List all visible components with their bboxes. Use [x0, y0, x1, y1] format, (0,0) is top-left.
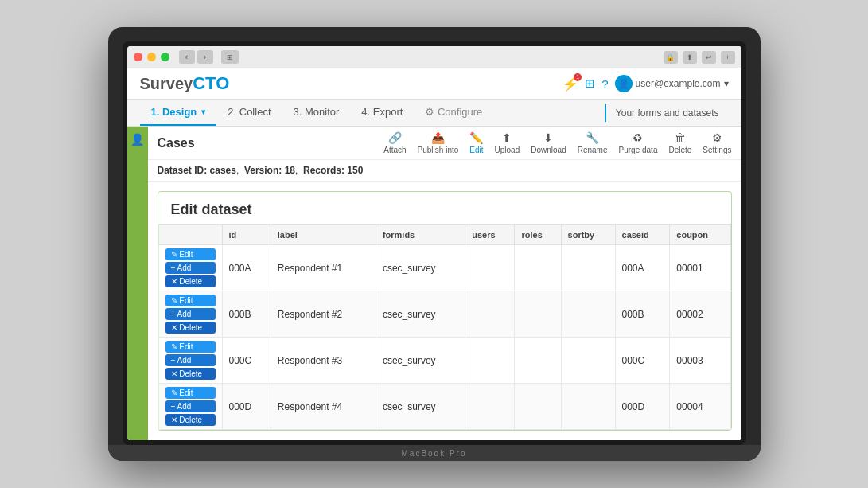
action-buttons: ✎ Edit + Add ✕ Delete [165, 341, 216, 380]
cell-sortby [561, 384, 615, 430]
toolbar-edit[interactable]: ✏️ Edit [469, 131, 483, 154]
toolbar-upload[interactable]: ⬆ Upload [495, 131, 520, 154]
col-coupon: coupon [670, 225, 730, 245]
traffic-light-red[interactable] [134, 53, 142, 61]
cases-title: Cases [158, 136, 384, 150]
delete-row-button[interactable]: ✕ Delete [165, 414, 216, 426]
toolbar-delete[interactable]: 🗑 Delete [668, 131, 691, 154]
row-actions: ✎ Edit + Add ✕ Delete [158, 338, 222, 384]
version-value: 18 [285, 165, 295, 176]
add-row-button[interactable]: + Add [165, 262, 216, 274]
data-table: id label formids users roles sortby case… [158, 224, 731, 430]
content-area: Cases 🔗 Attach 📤 Publish into [148, 127, 741, 440]
nav-tabs: 1. Design 2. Collect 3. Monitor 4. Expor… [127, 100, 741, 127]
tb-icon-2: ⬆ [683, 51, 697, 64]
tabs-icon[interactable]: ⊞ [221, 50, 239, 64]
dataset-id-label: Dataset ID: [158, 165, 208, 176]
toolbar-rename[interactable]: 🔧 Rename [578, 131, 608, 154]
main-content: 👤 Cases 🔗 Attach 📤 [127, 127, 741, 440]
toolbar-settings[interactable]: ⚙ Settings [703, 131, 731, 154]
publish-icon: 📤 [431, 131, 445, 144]
upload-icon: ⬆ [502, 131, 512, 144]
settings-icon: ⚙ [712, 131, 722, 144]
toolbar-purge[interactable]: ♻ Purge data [619, 131, 658, 154]
cell-label: Respondent #2 [271, 291, 376, 338]
table-row: ✎ Edit + Add ✕ Delete 000DRespondent #4c… [158, 384, 730, 430]
col-label: label [271, 225, 376, 245]
cell-coupon: 00002 [670, 291, 730, 338]
edit-row-button[interactable]: ✎ Edit [165, 248, 216, 260]
delete-row-button[interactable]: ✕ Delete [165, 275, 216, 287]
help-icon[interactable]: ? [601, 77, 608, 91]
edit-row-button[interactable]: ✎ Edit [165, 341, 216, 353]
cell-formids: csec_survey [376, 338, 465, 384]
purge-icon: ♻ [633, 131, 643, 144]
edit-row-button[interactable]: ✎ Edit [165, 295, 216, 306]
cell-formids: csec_survey [376, 384, 465, 430]
cell-id: 000D [222, 384, 271, 430]
tb-icon-3: ↩ [702, 51, 716, 64]
cell-users [465, 245, 515, 291]
user-menu-button[interactable]: 👤 user@example.com ▾ [615, 75, 729, 92]
action-buttons: ✎ Edit + Add ✕ Delete [165, 387, 216, 426]
cell-label: Respondent #4 [271, 384, 376, 430]
dataset-id-value: cases [210, 165, 236, 176]
cell-id: 000A [222, 245, 271, 291]
col-caseid: caseid [615, 225, 670, 245]
cell-id: 000B [222, 291, 271, 338]
traffic-light-yellow[interactable] [147, 53, 156, 61]
tab-collect[interactable]: 2. Collect [216, 100, 282, 126]
row-actions: ✎ Edit + Add ✕ Delete [158, 384, 222, 430]
logo-cto: CTO [193, 73, 229, 94]
tab-export[interactable]: 4. Export [350, 100, 414, 126]
toolbar-download[interactable]: ⬇ Download [531, 131, 566, 154]
forms-datasets-label: Your forms and datasets [605, 104, 729, 122]
grid-icon[interactable]: ⊞ [585, 76, 595, 91]
cases-sidebar-icon: 👤 [130, 133, 144, 146]
table-row: ✎ Edit + Add ✕ Delete 000CRespondent #3c… [158, 338, 730, 384]
add-row-button[interactable]: + Add [165, 308, 216, 320]
traffic-light-green[interactable] [161, 53, 169, 61]
nav-back-button[interactable]: ‹ [179, 50, 195, 64]
table-row: ✎ Edit + Add ✕ Delete 000ARespondent #1c… [158, 245, 730, 291]
logo: SurveyCTO [140, 73, 230, 94]
cases-header: Cases 🔗 Attach 📤 Publish into [148, 127, 741, 160]
attach-icon: 🔗 [388, 131, 402, 144]
nav-tabs-right: Your forms and datasets [605, 100, 729, 126]
col-actions [158, 225, 222, 245]
cell-coupon: 00004 [670, 384, 730, 430]
records-value: 150 [347, 165, 363, 176]
delete-row-button[interactable]: ✕ Delete [165, 368, 216, 380]
row-actions: ✎ Edit + Add ✕ Delete [158, 245, 222, 291]
cell-sortby [561, 291, 615, 338]
notification-icon[interactable]: ⚡ 1 [562, 76, 578, 92]
delete-row-button[interactable]: ✕ Delete [165, 322, 216, 334]
rename-icon: 🔧 [586, 131, 599, 144]
tab-monitor[interactable]: 3. Monitor [282, 100, 351, 126]
user-email: user@example.com [636, 78, 721, 89]
nav-forward-button[interactable]: › [197, 50, 213, 64]
cell-coupon: 00003 [670, 338, 730, 384]
tb-icon-4: + [721, 51, 735, 64]
sidebar: 👤 [127, 127, 148, 440]
cell-sortby [561, 245, 615, 291]
user-chevron: ▾ [724, 78, 729, 89]
browser-nav-arrows: ‹ › [179, 50, 213, 64]
col-sortby: sortby [561, 225, 615, 245]
cell-formids: csec_survey [376, 291, 465, 338]
action-buttons: ✎ Edit + Add ✕ Delete [165, 248, 216, 287]
add-row-button[interactable]: + Add [165, 354, 216, 366]
add-row-button[interactable]: + Add [165, 400, 216, 412]
table-row: ✎ Edit + Add ✕ Delete 000BRespondent #2c… [158, 291, 730, 338]
cell-caseid: 000A [615, 245, 670, 291]
cell-users [465, 338, 515, 384]
tab-design[interactable]: 1. Design [140, 100, 217, 126]
user-avatar: 👤 [615, 75, 633, 92]
tab-configure[interactable]: ⚙ Configure [414, 100, 493, 126]
toolbar-attach[interactable]: 🔗 Attach [383, 131, 406, 154]
title-bar-right: 🔒 ⬆ ↩ + [664, 51, 735, 64]
toolbar: 🔗 Attach 📤 Publish into ✏️ Edit [383, 131, 731, 154]
toolbar-publish[interactable]: 📤 Publish into [418, 131, 459, 154]
delete-icon: 🗑 [675, 131, 686, 144]
edit-row-button[interactable]: ✎ Edit [165, 387, 216, 399]
